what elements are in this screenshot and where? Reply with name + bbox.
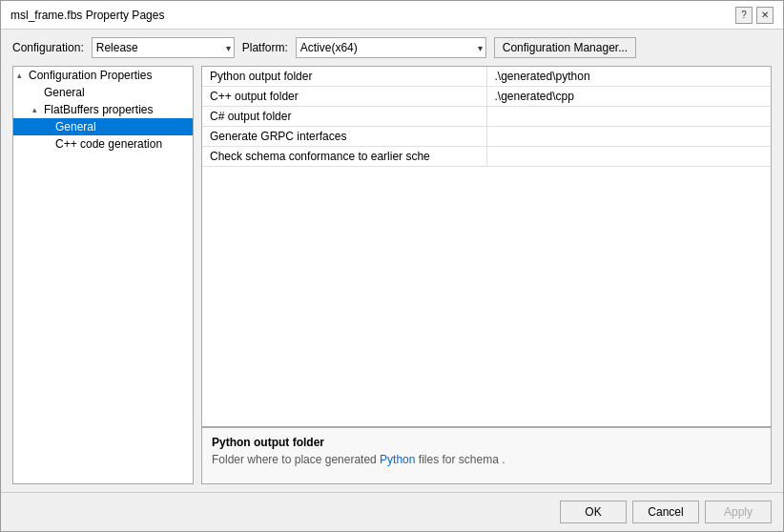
tree-panel: ▴ Configuration Properties General ▴ Fla… [12, 66, 194, 484]
footer: OK Cancel Apply [1, 492, 783, 531]
property-value [486, 147, 771, 167]
description-text: Folder where to place generated Python f… [212, 453, 761, 466]
configuration-label: Configuration: [12, 41, 84, 54]
property-value [486, 107, 771, 127]
platform-select-wrapper: Active(x64) x64 x86 [296, 37, 486, 58]
platform-select[interactable]: Active(x64) x64 x86 [296, 37, 486, 58]
property-name: Python output folder [202, 67, 486, 87]
tree-item-label: C++ code generation [55, 137, 162, 151]
main-content: ▴ Configuration Properties General ▴ Fla… [1, 66, 783, 492]
property-value [486, 127, 771, 147]
configuration-select[interactable]: Release Debug [92, 37, 235, 58]
property-name: C++ output folder [202, 87, 486, 107]
description-title: Python output folder [212, 436, 761, 449]
property-name: C# output folder [202, 107, 486, 127]
platform-label: Platform: [242, 41, 288, 54]
properties-grid: Python output folder .\generated\python … [202, 67, 771, 167]
tree-item-cpp-codegen[interactable]: C++ code generation [13, 135, 193, 153]
description-highlight: Python [380, 453, 415, 466]
property-name: Check schema conformance to earlier sche [202, 147, 486, 167]
table-row[interactable]: C# output folder [202, 107, 771, 127]
config-manager-button[interactable]: Configuration Manager... [494, 37, 636, 58]
property-name: Generate GRPC interfaces [202, 127, 486, 147]
title-bar: msl_frame.fbs Property Pages ? ✕ [1, 1, 783, 30]
table-row[interactable]: Python output folder .\generated\python [202, 67, 771, 87]
cancel-button[interactable]: Cancel [632, 501, 699, 523]
dialog-title: msl_frame.fbs Property Pages [10, 9, 164, 22]
description-panel: Python output folder Folder where to pla… [202, 426, 771, 483]
table-row[interactable]: Generate GRPC interfaces [202, 127, 771, 147]
ok-button[interactable]: OK [560, 501, 627, 523]
apply-button[interactable]: Apply [705, 501, 772, 523]
tree-item-general-flatbuffers[interactable]: General [13, 118, 193, 135]
configuration-select-wrapper: Release Debug [92, 37, 235, 58]
tree-item-general-top[interactable]: General [13, 84, 193, 101]
tree-item-label: Configuration Properties [29, 69, 152, 82]
properties-table: Python output folder .\generated\python … [202, 67, 771, 426]
table-row[interactable]: Check schema conformance to earlier sche [202, 147, 771, 167]
config-row: Configuration: Release Debug Platform: A… [1, 30, 783, 66]
table-row[interactable]: C++ output folder .\generated\cpp [202, 87, 771, 107]
tree-item-flatbuffers[interactable]: ▴ FlatBuffers properties [13, 101, 193, 118]
tree-item-label: General [44, 86, 85, 99]
property-value: .\generated\python [486, 67, 771, 87]
property-pages-dialog: msl_frame.fbs Property Pages ? ✕ Configu… [0, 0, 784, 532]
property-value: .\generated\cpp [486, 87, 771, 107]
close-button[interactable]: ✕ [756, 7, 774, 24]
help-button[interactable]: ? [735, 7, 753, 24]
properties-panel: Python output folder .\generated\python … [201, 66, 772, 484]
arrow-icon: ▴ [17, 71, 29, 80]
tree-item-config-properties[interactable]: ▴ Configuration Properties [13, 67, 193, 84]
arrow-icon: ▴ [32, 105, 44, 114]
tree-item-label: General [55, 120, 96, 133]
tree-item-label: FlatBuffers properties [44, 103, 154, 116]
title-bar-controls: ? ✕ [735, 7, 774, 24]
